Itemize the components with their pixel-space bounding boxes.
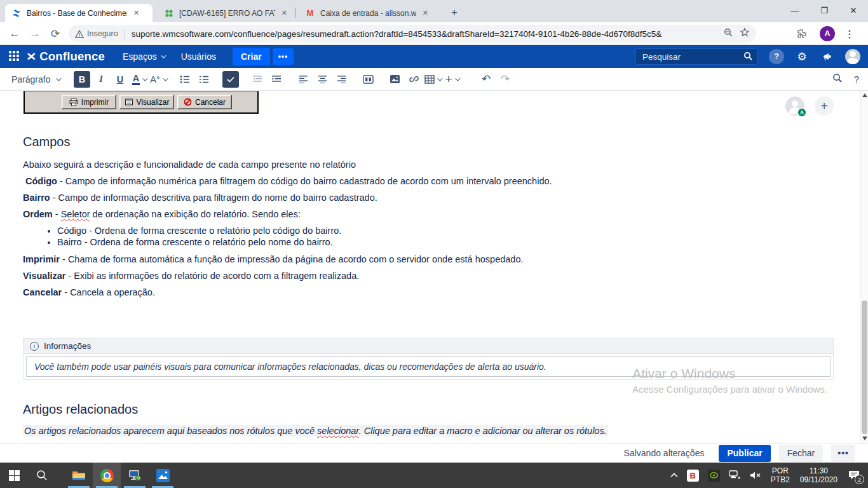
photos-app-button[interactable] bbox=[149, 463, 177, 488]
window-minimize-button[interactable]: — bbox=[780, 0, 810, 21]
tab-close-icon[interactable]: ✕ bbox=[423, 9, 428, 17]
tray-expand-chevron[interactable] bbox=[666, 463, 682, 488]
paragraph-style-select[interactable]: Parágrafo bbox=[8, 71, 64, 88]
author-avatar[interactable]: A bbox=[785, 97, 804, 116]
align-left-button[interactable] bbox=[295, 71, 311, 88]
file-explorer-button[interactable] bbox=[65, 463, 93, 488]
field-ordem: Ordem - Seletor de ordenação na exibição… bbox=[23, 208, 860, 220]
tab-title: [CDAW-6165] ERRO AO FATURAR bbox=[179, 9, 275, 18]
redo-button[interactable]: ↷ bbox=[497, 71, 513, 88]
forward-icon[interactable]: → bbox=[27, 25, 43, 42]
cancelar-dialog-button: Cancelar bbox=[177, 95, 232, 109]
extensions-puzzle-icon[interactable] bbox=[793, 25, 810, 42]
task-list-button[interactable] bbox=[222, 71, 239, 88]
editor-toolbar: Parágrafo B I U A A° bbox=[0, 68, 868, 91]
user-avatar[interactable] bbox=[845, 49, 860, 64]
new-tab-button[interactable]: + bbox=[446, 5, 463, 20]
reload-icon[interactable]: ⟳ bbox=[47, 25, 64, 42]
editor-help-icon[interactable]: ? bbox=[854, 74, 859, 85]
tab-jira[interactable]: [CDAW-6165] ERRO AO FATURAR ✕ bbox=[158, 4, 294, 22]
scroll-up-arrow[interactable] bbox=[862, 93, 867, 97]
tray-volume-muted[interactable] bbox=[745, 463, 766, 488]
add-collaborator-button[interactable]: + bbox=[815, 97, 834, 116]
underline-button[interactable]: U bbox=[112, 71, 128, 88]
tray-app-b[interactable]: B bbox=[682, 463, 703, 488]
page-layout-button[interactable] bbox=[360, 71, 376, 88]
text-color-button[interactable]: A bbox=[131, 71, 147, 88]
bold-button[interactable]: B bbox=[74, 71, 90, 88]
folder-icon bbox=[72, 470, 86, 481]
find-replace-icon[interactable] bbox=[832, 73, 843, 86]
tab-close-icon[interactable]: ✕ bbox=[281, 9, 287, 17]
nav-users[interactable]: Usuários bbox=[181, 51, 216, 62]
ordem-options-list: Código - Ordena de forma crescente o rel… bbox=[23, 225, 860, 248]
author-status-badge: A bbox=[797, 108, 806, 117]
tab-bairros[interactable]: Bairros - Base de Conhecimento ✕ bbox=[5, 4, 153, 22]
vertical-scrollbar[interactable] bbox=[860, 91, 868, 443]
speaker-mute-icon bbox=[750, 471, 761, 480]
footer-more-button[interactable]: ••• bbox=[831, 445, 855, 462]
misspelled-word: Seletor bbox=[61, 209, 90, 219]
start-button[interactable] bbox=[0, 463, 28, 488]
browser-menu-icon[interactable]: ⋮ bbox=[841, 25, 858, 42]
remote-desktop-button[interactable] bbox=[121, 463, 149, 488]
gmail-favicon: M bbox=[305, 8, 315, 18]
nav-more-button[interactable]: ••• bbox=[273, 48, 294, 65]
zoom-indicator-icon[interactable] bbox=[724, 28, 733, 40]
chrome-icon bbox=[100, 469, 114, 482]
list-item: Código - Ordena de forma crescente o rel… bbox=[57, 225, 860, 236]
insert-link-button[interactable] bbox=[405, 71, 422, 88]
chevron-up-icon bbox=[670, 473, 678, 478]
bookmark-star-icon[interactable] bbox=[740, 27, 750, 40]
chevron-down-icon bbox=[455, 76, 460, 81]
char-style-button[interactable]: A° bbox=[150, 71, 166, 88]
chevron-down-icon bbox=[142, 76, 147, 81]
clock[interactable]: 11:30 09/11/2020 bbox=[795, 466, 843, 484]
indent-button[interactable] bbox=[268, 71, 285, 88]
insecure-warning[interactable]: Inseguro bbox=[75, 29, 118, 38]
align-right-button[interactable] bbox=[333, 71, 349, 88]
tab-gmail[interactable]: M Caixa de entrada - alisson.wmcsi ✕ bbox=[299, 4, 435, 22]
photos-icon bbox=[156, 469, 170, 482]
editor-content[interactable]: A + Imprimir Visualizar Cancelar bbox=[0, 91, 860, 443]
tray-network[interactable] bbox=[724, 463, 745, 488]
close-editor-button[interactable]: Fechar bbox=[779, 445, 824, 462]
undo-button[interactable]: ↶ bbox=[478, 71, 494, 88]
bullet-list-button[interactable] bbox=[177, 71, 193, 88]
numbered-list-button[interactable] bbox=[196, 71, 212, 88]
taskbar-search-button[interactable] bbox=[28, 463, 56, 488]
b-tray-icon: B bbox=[687, 470, 699, 482]
publish-button[interactable]: Publicar bbox=[719, 445, 770, 462]
tray-nvidia[interactable] bbox=[703, 463, 724, 488]
back-icon[interactable]: ← bbox=[6, 25, 23, 42]
search-input[interactable] bbox=[635, 48, 757, 65]
insert-more-button[interactable]: + bbox=[444, 71, 460, 88]
language-indicator[interactable]: POR PTB2 bbox=[766, 466, 795, 484]
announcement-megaphone-icon[interactable] bbox=[820, 49, 835, 64]
window-close-button[interactable]: ✕ bbox=[839, 0, 868, 21]
visualizar-dialog-button: Visualizar bbox=[119, 95, 174, 109]
omnibox-divider bbox=[125, 29, 125, 39]
info-panel-body[interactable]: Você também pode usar painéis visuais pa… bbox=[26, 356, 831, 377]
help-icon[interactable]: ? bbox=[769, 49, 784, 64]
tab-close-icon[interactable]: ✕ bbox=[133, 9, 139, 17]
info-panel-macro[interactable]: i Informações Você também pode usar pain… bbox=[23, 338, 834, 380]
app-switcher-icon[interactable] bbox=[9, 51, 20, 62]
scroll-down-arrow[interactable] bbox=[862, 437, 867, 440]
create-button[interactable]: Criar bbox=[233, 48, 270, 65]
scrollbar-thumb[interactable] bbox=[862, 301, 867, 434]
italic-button[interactable]: I bbox=[93, 71, 109, 88]
nav-spaces[interactable]: Espaços bbox=[123, 51, 165, 62]
action-center-button[interactable]: 2 bbox=[843, 463, 868, 488]
confluence-product-name[interactable]: Confluence bbox=[39, 50, 105, 64]
url-text[interactable]: suporte.wmcsoftware.com/confluence/pages… bbox=[132, 29, 717, 39]
chrome-taskbar-button[interactable] bbox=[93, 463, 121, 488]
browser-profile-avatar[interactable]: A bbox=[820, 26, 835, 41]
insert-table-button[interactable] bbox=[424, 71, 441, 88]
window-maximize-button[interactable]: ❐ bbox=[810, 0, 839, 21]
align-center-button[interactable] bbox=[314, 71, 330, 88]
settings-gear-icon[interactable]: ⚙ bbox=[794, 49, 810, 64]
outdent-button[interactable] bbox=[249, 71, 266, 88]
address-bar[interactable]: Inseguro suporte.wmcsoftware.com/conflue… bbox=[69, 25, 756, 43]
insert-image-button[interactable] bbox=[386, 71, 403, 88]
